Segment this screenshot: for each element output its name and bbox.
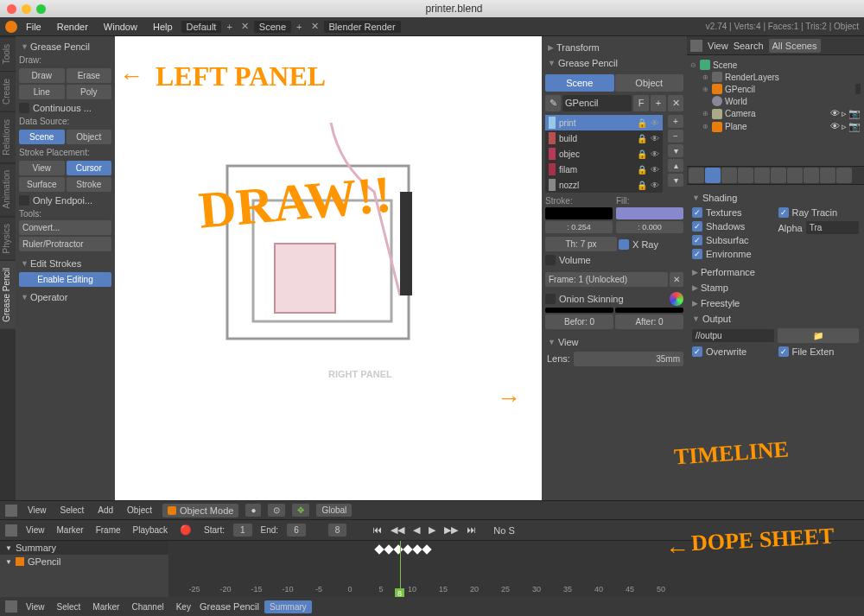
summary-toggle[interactable]: Summary (264, 600, 312, 613)
enable-editing-button[interactable]: Enable Editing (19, 272, 111, 287)
close-window-icon[interactable] (7, 4, 16, 14)
timeline-editor-icon[interactable] (5, 524, 17, 537)
output-panel-header[interactable]: Output (692, 311, 859, 327)
textures-checkbox[interactable] (692, 207, 702, 218)
blender-icon[interactable] (5, 21, 17, 33)
stamp-panel-header[interactable]: Stamp (692, 280, 859, 295)
panel-edit-strokes-header[interactable]: Edit Strokes (19, 257, 111, 270)
proptab-constraints[interactable] (771, 168, 786, 183)
gp-fake-user-button[interactable]: F (633, 95, 649, 111)
performance-panel-header[interactable]: Performance (692, 264, 859, 280)
layer-row[interactable]: build🔒👁 (545, 130, 663, 146)
tree-item-scene[interactable]: ⊖Scene (690, 59, 861, 71)
draw-button[interactable]: Draw (19, 68, 65, 83)
placement-view-button[interactable]: View (19, 161, 65, 175)
dope-select-menu[interactable]: Select (54, 600, 85, 613)
datasource-object-button[interactable]: Object (67, 130, 112, 144)
stroke-color-swatch[interactable] (545, 207, 613, 219)
remove-layout-icon[interactable]: ✕ (238, 21, 252, 32)
tab-grease-pencil[interactable]: Grease Pencil (0, 260, 16, 329)
tree-item-camera[interactable]: ⊕Camera👁▹📷 (690, 107, 861, 120)
orientation-select[interactable]: Global (316, 504, 352, 517)
gpencil-channel[interactable]: ▼GPencil (0, 555, 168, 568)
gp-scene-tab[interactable]: Scene (545, 74, 614, 92)
cursor-icon[interactable]: ▹ (842, 121, 847, 132)
proptab-object[interactable] (754, 168, 770, 183)
line-button[interactable]: Line (19, 85, 65, 99)
outliner-view-menu[interactable]: View (708, 41, 728, 51)
summary-channel[interactable]: ▼Summary (0, 541, 168, 555)
stroke-alpha-field[interactable]: : 0.254 (545, 221, 613, 233)
onion-before-color[interactable] (545, 308, 613, 313)
next-keyframe-button[interactable]: ▶▶ (441, 523, 461, 537)
proptab-material[interactable] (820, 168, 835, 183)
shadows-checkbox[interactable] (692, 221, 702, 232)
end-frame-field[interactable]: 6 (287, 524, 306, 537)
outliner-editor-icon[interactable] (690, 40, 702, 52)
shading-select[interactable]: ● (245, 504, 261, 517)
minimize-window-icon[interactable] (22, 4, 31, 14)
render-icon[interactable]: 📷 (848, 121, 861, 132)
tree-item-gpencil[interactable]: ⊕GPencil (690, 83, 861, 95)
proptab-texture[interactable] (836, 168, 852, 183)
environment-checkbox[interactable] (692, 249, 702, 259)
scene-select[interactable]: Scene (254, 21, 291, 33)
tab-create[interactable]: Create (0, 71, 16, 111)
prev-keyframe-button[interactable]: ◀◀ (387, 523, 408, 537)
output-path-field[interactable]: //outpu (692, 329, 774, 342)
poly-button[interactable]: Poly (67, 85, 112, 99)
proptab-render-layers[interactable] (705, 168, 721, 183)
onion-after-color[interactable] (615, 308, 683, 313)
panel-operator-header[interactable]: Operator (19, 290, 111, 304)
play-button[interactable]: ▶ (425, 523, 439, 537)
layer-row[interactable]: objec🔒👁 (545, 146, 663, 162)
gp-name-field[interactable]: GPencil (562, 95, 632, 111)
layer-row[interactable]: filam🔒👁 (545, 162, 663, 177)
manipulator-toggle[interactable]: ✥ (292, 504, 309, 517)
onion-after-field[interactable]: After: 0 (615, 314, 683, 329)
view-panel-header[interactable]: View (545, 334, 683, 350)
frame-delete-button[interactable]: ✕ (670, 272, 683, 287)
gp-panel-header[interactable]: Grease Pencil (545, 55, 683, 71)
dope-key-menu[interactable]: Key (173, 600, 194, 613)
layer-move-down-button[interactable]: ▾ (668, 174, 683, 187)
endpoints-checkbox[interactable] (19, 195, 29, 206)
eye-icon[interactable]: 👁 (830, 121, 840, 132)
view-menu[interactable]: View (24, 504, 50, 517)
tab-animation[interactable]: Animation (0, 162, 16, 215)
datasource-scene-button[interactable]: Scene (19, 130, 65, 144)
play-reverse-button[interactable]: ◀ (410, 523, 423, 537)
add-layout-icon[interactable]: + (223, 22, 235, 32)
tab-relations[interactable]: Relations (0, 111, 16, 162)
tree-item-world[interactable]: World (690, 95, 861, 107)
gp-datablock-icon[interactable]: ✎ (545, 95, 561, 111)
jump-end-button[interactable]: ⏭ (463, 523, 480, 537)
outliner-display-mode[interactable]: All Scenes (769, 39, 821, 53)
timeline-view-menu[interactable]: View (22, 524, 48, 537)
menu-file[interactable]: File (19, 20, 48, 34)
ruler-button[interactable]: Ruler/Protractor (19, 237, 111, 251)
fill-alpha-field[interactable]: : 0.000 (616, 221, 683, 233)
proptab-modifiers[interactable] (787, 168, 803, 183)
tab-physics[interactable]: Physics (0, 216, 16, 260)
menu-window[interactable]: Window (97, 20, 144, 34)
remove-scene-icon[interactable]: ✕ (308, 21, 322, 32)
raytracing-checkbox[interactable] (778, 207, 789, 218)
placement-cursor-button[interactable]: Cursor (67, 161, 112, 175)
layer-add-button[interactable]: + (668, 115, 683, 128)
gp-remove-button[interactable]: ✕ (668, 95, 683, 111)
sync-mode-select[interactable]: No S (493, 525, 514, 536)
placement-surface-button[interactable]: Surface (19, 177, 65, 192)
tree-item-renderlayers[interactable]: ⊕RenderLayers (690, 71, 861, 83)
convert-button[interactable]: Convert... (19, 220, 111, 235)
screen-layout-select[interactable]: Default (181, 21, 222, 33)
cursor-icon[interactable]: ▹ (842, 108, 847, 119)
layer-specials-button[interactable]: ▾ (668, 144, 683, 157)
current-frame-field[interactable]: 8 (328, 524, 347, 537)
lens-field[interactable]: 35mm (574, 352, 683, 366)
proptab-scene[interactable] (721, 168, 737, 183)
onion-before-field[interactable]: Befor: 0 (545, 314, 613, 329)
dope-channel-menu[interactable]: Channel (128, 600, 167, 613)
proptab-world[interactable] (738, 168, 753, 183)
timeline-frame-menu[interactable]: Frame (92, 524, 124, 537)
